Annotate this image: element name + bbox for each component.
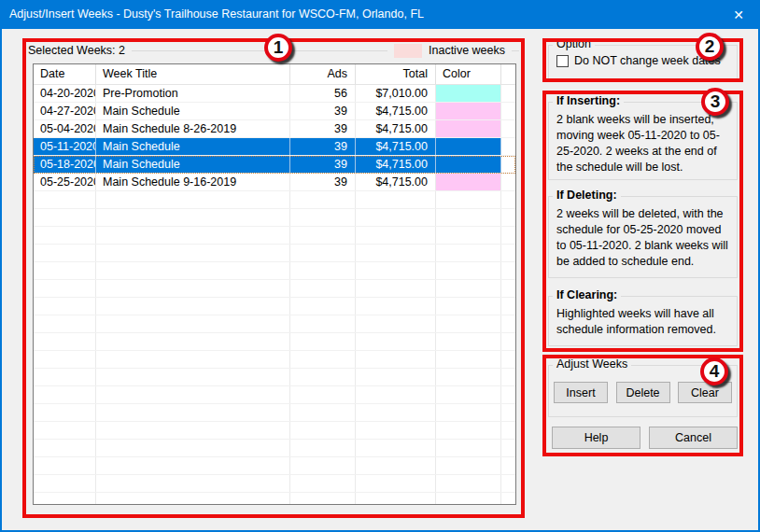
empty-cell	[436, 386, 501, 403]
week-ads-cell: 39	[290, 156, 356, 173]
empty-cell	[356, 351, 436, 368]
cancel-button[interactable]: Cancel	[649, 427, 738, 449]
empty-cell	[96, 404, 290, 421]
annotation-badge-2: 2	[696, 33, 724, 61]
empty-cell	[34, 298, 96, 315]
week-title-cell: Main Schedule 8-26-2019	[96, 120, 290, 137]
empty-cell	[436, 315, 501, 332]
week-row[interactable]: 05-18-2020Main Schedule39$4,715.00	[34, 156, 515, 174]
week-total-cell: $4,715.00	[356, 174, 436, 190]
week-date-cell: 05-18-2020	[34, 156, 96, 173]
empty-cell	[96, 315, 290, 332]
close-icon: ✕	[733, 7, 744, 22]
empty-week-row	[34, 333, 515, 351]
annotation-badge-4: 4	[700, 357, 728, 385]
empty-week-row	[34, 440, 515, 457]
column-header-title[interactable]: Week Title	[96, 64, 290, 84]
week-date-cell: 05-25-2020	[34, 174, 96, 190]
empty-cell	[436, 209, 501, 226]
week-title-cell: Main Schedule	[96, 103, 290, 119]
column-header-color[interactable]: Color	[436, 64, 501, 84]
empty-cell	[96, 440, 290, 456]
week-title-cell: Pre-Promotion	[96, 85, 290, 102]
row-filler-cell	[501, 191, 515, 208]
empty-cell	[436, 262, 501, 279]
week-total-cell: $4,715.00	[356, 138, 436, 155]
empty-cell	[436, 351, 501, 368]
week-ads-cell: 39	[290, 174, 356, 190]
week-color-swatch-cell	[436, 156, 501, 173]
empty-cell	[96, 369, 290, 385]
empty-cell	[290, 245, 356, 261]
week-ads-cell: 39	[290, 120, 356, 137]
do-not-change-dates-option[interactable]: Do NOT change week dates	[556, 54, 721, 67]
dialog-body: Selected Weeks: 2 Inactive weeks Date We…	[2, 29, 758, 530]
row-filler-cell	[501, 227, 515, 244]
empty-week-row	[34, 457, 515, 475]
dialog-window: Adjust/Insert Weeks - Dusty's Trailhouse…	[0, 0, 760, 532]
option-caption: Option	[553, 37, 595, 50]
empty-cell	[436, 404, 501, 421]
week-row[interactable]: 04-27-2020Main Schedule39$4,715.00	[34, 103, 515, 120]
row-filler-cell	[501, 156, 515, 173]
empty-cell	[96, 457, 290, 474]
if-deleting-groupbox: If Deleting: 2 weeks will be deleted, wi…	[548, 196, 738, 278]
empty-cell	[96, 209, 290, 226]
row-filler-cell	[501, 351, 515, 368]
empty-cell	[436, 227, 501, 244]
column-header-filler	[501, 64, 515, 84]
week-row[interactable]: 05-11-2020Main Schedule39$4,715.00	[34, 138, 515, 156]
week-row[interactable]: 04-20-2020Pre-Promotion56$7,010.00	[34, 85, 515, 103]
column-header-ads[interactable]: Ads	[290, 64, 356, 84]
empty-cell	[290, 333, 356, 350]
empty-cell	[290, 298, 356, 315]
empty-cell	[436, 298, 501, 315]
insert-button[interactable]: Insert	[554, 382, 608, 403]
empty-week-row	[34, 369, 515, 386]
row-filler-cell	[501, 298, 515, 315]
empty-cell	[356, 298, 436, 315]
empty-cell	[34, 315, 96, 332]
clear-button[interactable]: Clear	[678, 382, 732, 403]
empty-cell	[34, 386, 96, 403]
empty-cell	[34, 333, 96, 350]
row-filler-cell	[501, 120, 515, 137]
column-header-total[interactable]: Total	[356, 64, 436, 84]
help-button[interactable]: Help	[552, 427, 640, 449]
week-row[interactable]: 05-25-2020Main Schedule 9-16-201939$4,71…	[34, 174, 515, 191]
empty-cell	[34, 457, 96, 474]
empty-cell	[96, 262, 290, 279]
empty-cell	[34, 245, 96, 261]
empty-cell	[34, 422, 96, 439]
weeks-table-body: 04-20-2020Pre-Promotion56$7,010.0004-27-…	[34, 85, 515, 505]
empty-cell	[356, 245, 436, 261]
empty-cell	[34, 440, 96, 456]
if-clearing-groupbox: If Clearing: Highlighted weeks will have…	[548, 296, 738, 346]
empty-cell	[96, 245, 290, 261]
empty-week-row	[34, 493, 515, 505]
empty-week-row	[34, 191, 515, 209]
empty-week-row	[34, 386, 515, 404]
week-row[interactable]: 05-04-2020Main Schedule 8-26-201939$4,71…	[34, 120, 515, 138]
empty-week-row	[34, 404, 515, 422]
close-button[interactable]: ✕	[717, 0, 760, 29]
if-inserting-caption: If Inserting:	[553, 94, 624, 107]
empty-cell	[290, 475, 356, 492]
week-color-swatch-cell	[436, 103, 501, 119]
empty-cell	[356, 475, 436, 492]
selected-weeks-label: Selected Weeks: 2	[28, 44, 125, 57]
delete-button[interactable]: Delete	[616, 382, 670, 403]
week-total-cell: $7,010.00	[356, 85, 436, 102]
row-filler-cell	[501, 85, 515, 102]
row-filler-cell	[501, 457, 515, 474]
empty-cell	[356, 404, 436, 421]
row-filler-cell	[501, 422, 515, 439]
empty-cell	[34, 404, 96, 421]
checkbox-icon[interactable]	[556, 55, 569, 67]
empty-cell	[290, 440, 356, 456]
empty-cell	[290, 191, 356, 208]
empty-cell	[96, 280, 290, 297]
empty-week-row	[34, 280, 515, 298]
column-header-date[interactable]: Date	[34, 64, 96, 84]
empty-week-row	[34, 245, 515, 262]
